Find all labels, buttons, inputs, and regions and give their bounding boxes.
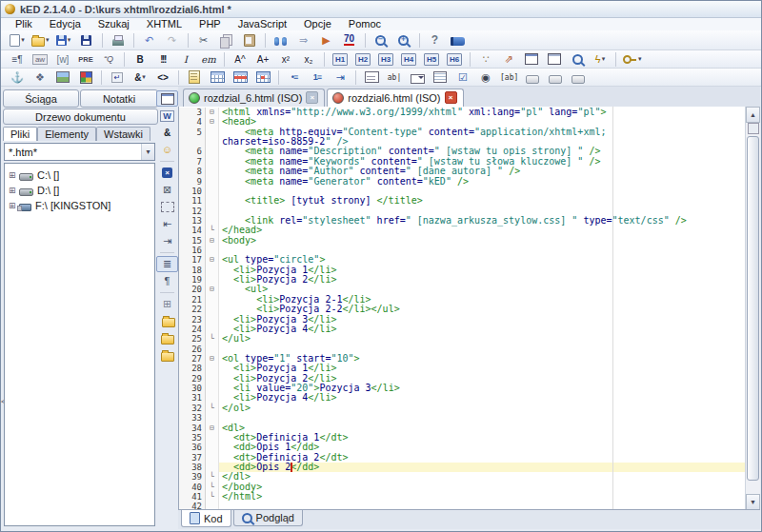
tree-item[interactable]: ⊞F:\ [KINGSTON]	[5, 198, 154, 213]
toggle-panels-button[interactable]	[156, 90, 178, 107]
menu-plik[interactable]: Plik	[7, 18, 41, 30]
heading5-button[interactable]: H5	[420, 50, 443, 69]
code-line[interactable]: 9 <meta name="Generator" content="kED" /…	[179, 177, 745, 187]
goto-marker-button[interactable]: ▶	[315, 31, 338, 49]
code-line[interactable]: 24 <li>Pozycja 4</li>	[179, 325, 745, 334]
file-filter-combobox[interactable]: *.htm* ▾	[4, 143, 155, 161]
superscript-button[interactable]: x²	[274, 50, 297, 69]
table-cell-button[interactable]	[251, 69, 274, 87]
insert-table-button[interactable]	[206, 69, 229, 87]
heading1-button[interactable]: H1	[329, 50, 351, 69]
heading2-button[interactable]: H2	[351, 50, 374, 69]
definition-list-button[interactable]: ⇥	[329, 69, 351, 87]
title-bar[interactable]: kED 2.1.4.0 - D:\kurs xhtml\rozdzial6.ht…	[1, 1, 761, 18]
numbered-list-button[interactable]: 1≡	[306, 69, 329, 87]
checkbox-button[interactable]: ☑	[451, 69, 474, 87]
code-line[interactable]: 14└</head>	[179, 226, 745, 235]
textarea-button[interactable]	[360, 69, 383, 87]
emphasis-button[interactable]: em	[197, 50, 220, 69]
unindent-button[interactable]: ⇤	[156, 216, 178, 232]
paragraph-button[interactable]: ≡¶	[6, 50, 29, 69]
pre-button[interactable]: PRE	[74, 50, 97, 69]
menu-pomoc[interactable]: Pomoc	[340, 18, 390, 30]
blockquote-button[interactable]: “Q	[97, 50, 120, 69]
scrollbar-thumb[interactable]	[747, 136, 759, 481]
menu-opcje[interactable]: Opcje	[295, 18, 340, 30]
sidebar-tab-wstawki[interactable]: Wstawki	[96, 127, 150, 141]
show-paragraphs-button[interactable]: ¶	[156, 273, 178, 289]
entities-panel-button[interactable]: &	[156, 125, 178, 141]
document-tree-button[interactable]: Drzewo dokumentu	[3, 108, 158, 125]
print-button[interactable]	[107, 31, 130, 49]
save-all-button[interactable]	[75, 31, 98, 49]
code-line[interactable]: 13 <link rel="stylesheet" href=" [nazwa_…	[179, 216, 745, 226]
code-line[interactable]: 22 <li>Pozycja 2-2</li></ul>	[179, 305, 745, 314]
preview-browser-button[interactable]	[566, 50, 589, 69]
paste-button[interactable]	[238, 31, 261, 49]
zoom-in-button[interactable]	[392, 31, 415, 49]
preview-window-button[interactable]	[543, 50, 566, 69]
anchor-button[interactable]: ⚓	[6, 69, 29, 87]
code-line[interactable]: 25└</ul>	[179, 334, 745, 344]
export-button[interactable]: ⇗	[497, 50, 520, 69]
view-tab-kod[interactable]: Kod	[181, 510, 231, 527]
selection-mode-button[interactable]	[156, 199, 178, 215]
file-tab[interactable]: rozdzial6.html (ISO)×	[327, 89, 463, 107]
expand-icon[interactable]: ⊞	[9, 170, 19, 180]
tree-item[interactable]: ⊞D:\ []	[5, 183, 154, 198]
file-forward-button[interactable]: →	[156, 330, 178, 346]
insert-tag-button[interactable]: <>	[151, 69, 174, 87]
close-tab-button[interactable]: ×	[445, 91, 457, 104]
open-file-button[interactable]: ▾	[29, 31, 52, 49]
help-book-button[interactable]	[447, 31, 470, 49]
subscript-button[interactable]: x₂	[297, 50, 320, 69]
undo-button[interactable]: ↶	[138, 31, 161, 49]
strong-button[interactable]: !!!	[151, 50, 174, 69]
sidebar-tab-pliki[interactable]: Pliki	[3, 127, 37, 141]
push-button-button[interactable]: [ab]	[497, 69, 521, 87]
preview-pane-button[interactable]	[520, 50, 543, 69]
file-import-button[interactable]: ↘	[156, 313, 178, 329]
menu-szukaj[interactable]: Szukaj	[90, 18, 138, 30]
close-tab-button[interactable]: ×	[306, 91, 318, 104]
submit-button-button[interactable]	[521, 69, 544, 87]
word-wrap-button[interactable]: aw	[29, 50, 51, 69]
save-button[interactable]: ▾	[52, 31, 75, 49]
insert-form-button[interactable]	[183, 69, 206, 87]
code-editor[interactable]: 3⊟<html xmlns="http://www.w3.org/1999/xh…	[179, 108, 745, 510]
heading6-button[interactable]: H6	[443, 50, 466, 69]
code-line[interactable]: 38 <dd>Opis 2</dd>	[179, 463, 745, 472]
image-button-button[interactable]	[567, 69, 590, 87]
code-line[interactable]: 39└</dl>	[179, 472, 745, 482]
code-line[interactable]: 11 <title> [tytuł strony] </title>	[179, 196, 745, 206]
close-file-button[interactable]: ×	[156, 165, 178, 181]
wrap-lines-button[interactable]: ≣	[156, 256, 178, 272]
menu-php[interactable]: PHP	[190, 18, 230, 30]
big-text-button[interactable]: A^	[229, 50, 251, 69]
radio-button[interactable]: ◉	[474, 69, 497, 87]
help-button[interactable]: ?	[424, 31, 447, 49]
find-next-button[interactable]: ⇒	[292, 31, 315, 49]
code-line[interactable]: 32└</ol>	[179, 404, 745, 413]
listbox-button[interactable]	[429, 69, 451, 87]
code-line[interactable]: 3⊟<html xmlns="http://www.w3.org/1999/xh…	[179, 108, 745, 117]
expand-all-button[interactable]: ⊞	[156, 296, 178, 312]
code-line[interactable]: 15⊟<body>	[179, 236, 745, 246]
small-text-button[interactable]: A+	[251, 50, 274, 69]
chevron-down-icon[interactable]: ▾	[141, 144, 154, 160]
bullet-list-button[interactable]: •≡	[283, 69, 306, 87]
file-tab[interactable]: rozdzial_6.html (ISO)×	[183, 89, 325, 107]
spellcheck-button[interactable]: ∵	[474, 50, 497, 69]
expand-icon[interactable]: ⊞	[9, 186, 19, 195]
colors-button[interactable]	[74, 69, 97, 87]
goto-line-button[interactable]: 70	[338, 31, 361, 49]
scrollbar-options-icon[interactable]	[748, 123, 759, 134]
bold-button[interactable]: B	[129, 50, 151, 69]
tools-menu-button[interactable]: ▾	[620, 50, 645, 69]
emoticons-button[interactable]: ☺	[156, 142, 178, 158]
menu-javascript[interactable]: JavaScript	[230, 18, 295, 30]
image-map-button[interactable]: ❖	[29, 69, 51, 87]
file-back-button[interactable]: ←	[156, 347, 178, 364]
indent-button[interactable]: ⇥	[156, 233, 178, 249]
w3c-validate-button[interactable]: W	[156, 108, 178, 124]
